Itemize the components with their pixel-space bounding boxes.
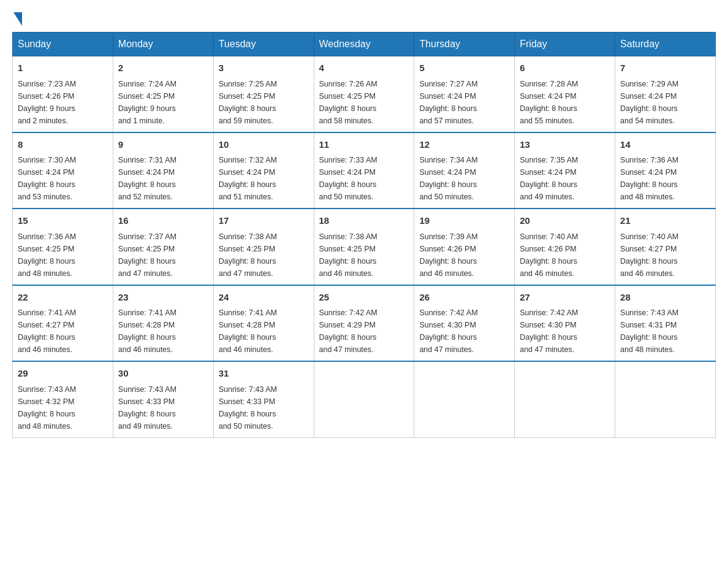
day-number: 26 [419,291,509,305]
day-number: 9 [118,138,208,152]
day-number: 11 [319,138,409,152]
day-info: Sunrise: 7:43 AMSunset: 4:33 PMDaylight:… [219,383,309,432]
page-header [12,12,716,26]
calendar-cell: 5Sunrise: 7:27 AMSunset: 4:24 PMDaylight… [414,56,515,132]
day-info: Sunrise: 7:23 AMSunset: 4:26 PMDaylight:… [18,78,108,127]
calendar-cell: 30Sunrise: 7:43 AMSunset: 4:33 PMDayligh… [113,361,213,437]
col-header-friday: Friday [515,33,615,56]
day-info: Sunrise: 7:30 AMSunset: 4:24 PMDaylight:… [18,154,108,203]
day-number: 15 [18,214,108,228]
day-info: Sunrise: 7:39 AMSunset: 4:26 PMDaylight:… [419,231,509,280]
week-row-2: 8Sunrise: 7:30 AMSunset: 4:24 PMDaylight… [13,132,716,209]
col-header-sunday: Sunday [13,33,113,56]
calendar-cell: 20Sunrise: 7:40 AMSunset: 4:26 PMDayligh… [515,209,615,285]
week-row-1: 1Sunrise: 7:23 AMSunset: 4:26 PMDaylight… [13,56,716,132]
calendar-cell: 7Sunrise: 7:29 AMSunset: 4:24 PMDaylight… [615,56,716,132]
col-header-saturday: Saturday [615,33,716,56]
calendar-cell: 12Sunrise: 7:34 AMSunset: 4:24 PMDayligh… [414,132,515,209]
day-number: 22 [18,291,108,305]
day-number: 14 [620,138,710,152]
calendar-cell: 8Sunrise: 7:30 AMSunset: 4:24 PMDaylight… [13,132,113,209]
calendar-cell: 24Sunrise: 7:41 AMSunset: 4:28 PMDayligh… [213,285,314,362]
day-number: 10 [219,138,309,152]
day-number: 23 [118,291,208,305]
day-number: 20 [520,214,610,228]
day-info: Sunrise: 7:43 AMSunset: 4:31 PMDaylight:… [620,307,710,356]
day-number: 28 [620,291,710,305]
day-number: 7 [620,61,710,75]
day-info: Sunrise: 7:27 AMSunset: 4:24 PMDaylight:… [419,78,509,127]
calendar-cell: 29Sunrise: 7:43 AMSunset: 4:32 PMDayligh… [13,361,113,437]
calendar-cell [414,361,515,437]
day-number: 12 [419,138,509,152]
day-info: Sunrise: 7:35 AMSunset: 4:24 PMDaylight:… [520,154,610,203]
day-info: Sunrise: 7:43 AMSunset: 4:32 PMDaylight:… [18,383,108,432]
calendar-cell: 13Sunrise: 7:35 AMSunset: 4:24 PMDayligh… [515,132,615,209]
calendar-cell: 28Sunrise: 7:43 AMSunset: 4:31 PMDayligh… [615,285,716,362]
day-number: 4 [319,61,409,75]
calendar-cell: 16Sunrise: 7:37 AMSunset: 4:25 PMDayligh… [113,209,213,285]
day-number: 24 [219,291,309,305]
calendar-cell: 26Sunrise: 7:42 AMSunset: 4:30 PMDayligh… [414,285,515,362]
day-number: 18 [319,214,409,228]
calendar-cell: 11Sunrise: 7:33 AMSunset: 4:24 PMDayligh… [314,132,414,209]
day-info: Sunrise: 7:38 AMSunset: 4:25 PMDaylight:… [319,231,409,280]
col-header-thursday: Thursday [414,33,515,56]
day-number: 27 [520,291,610,305]
day-info: Sunrise: 7:26 AMSunset: 4:25 PMDaylight:… [319,78,409,127]
day-number: 2 [118,61,208,75]
day-number: 31 [219,367,309,381]
week-row-5: 29Sunrise: 7:43 AMSunset: 4:32 PMDayligh… [13,361,716,437]
day-info: Sunrise: 7:42 AMSunset: 4:30 PMDaylight:… [419,307,509,356]
day-number: 25 [319,291,409,305]
calendar-cell: 27Sunrise: 7:42 AMSunset: 4:30 PMDayligh… [515,285,615,362]
day-info: Sunrise: 7:37 AMSunset: 4:25 PMDaylight:… [118,231,208,280]
day-number: 30 [118,367,208,381]
col-header-monday: Monday [113,33,213,56]
logo [12,12,23,26]
day-info: Sunrise: 7:41 AMSunset: 4:28 PMDaylight:… [118,307,208,356]
calendar-cell: 2Sunrise: 7:24 AMSunset: 4:25 PMDaylight… [113,56,213,132]
day-info: Sunrise: 7:36 AMSunset: 4:24 PMDaylight:… [620,154,710,203]
day-number: 21 [620,214,710,228]
calendar-cell: 4Sunrise: 7:26 AMSunset: 4:25 PMDaylight… [314,56,414,132]
calendar-cell: 14Sunrise: 7:36 AMSunset: 4:24 PMDayligh… [615,132,716,209]
day-info: Sunrise: 7:38 AMSunset: 4:25 PMDaylight:… [219,231,309,280]
week-row-3: 15Sunrise: 7:36 AMSunset: 4:25 PMDayligh… [13,209,716,285]
day-info: Sunrise: 7:42 AMSunset: 4:29 PMDaylight:… [319,307,409,356]
calendar-cell: 9Sunrise: 7:31 AMSunset: 4:24 PMDaylight… [113,132,213,209]
calendar-cell: 25Sunrise: 7:42 AMSunset: 4:29 PMDayligh… [314,285,414,362]
day-number: 17 [219,214,309,228]
calendar-cell: 17Sunrise: 7:38 AMSunset: 4:25 PMDayligh… [213,209,314,285]
day-info: Sunrise: 7:34 AMSunset: 4:24 PMDaylight:… [419,154,509,203]
day-info: Sunrise: 7:29 AMSunset: 4:24 PMDaylight:… [620,78,710,127]
day-info: Sunrise: 7:28 AMSunset: 4:24 PMDaylight:… [520,78,610,127]
day-number: 1 [18,61,108,75]
day-number: 29 [18,367,108,381]
calendar-cell [615,361,716,437]
calendar-cell: 19Sunrise: 7:39 AMSunset: 4:26 PMDayligh… [414,209,515,285]
calendar-cell [515,361,615,437]
header-row: SundayMondayTuesdayWednesdayThursdayFrid… [13,33,716,56]
day-number: 19 [419,214,509,228]
col-header-tuesday: Tuesday [213,33,314,56]
calendar-cell: 23Sunrise: 7:41 AMSunset: 4:28 PMDayligh… [113,285,213,362]
day-info: Sunrise: 7:43 AMSunset: 4:33 PMDaylight:… [118,383,208,432]
week-row-4: 22Sunrise: 7:41 AMSunset: 4:27 PMDayligh… [13,285,716,362]
calendar-cell: 10Sunrise: 7:32 AMSunset: 4:24 PMDayligh… [213,132,314,209]
calendar-cell: 6Sunrise: 7:28 AMSunset: 4:24 PMDaylight… [515,56,615,132]
calendar-cell: 18Sunrise: 7:38 AMSunset: 4:25 PMDayligh… [314,209,414,285]
calendar-cell: 22Sunrise: 7:41 AMSunset: 4:27 PMDayligh… [13,285,113,362]
day-info: Sunrise: 7:24 AMSunset: 4:25 PMDaylight:… [118,78,208,127]
day-info: Sunrise: 7:32 AMSunset: 4:24 PMDaylight:… [219,154,309,203]
day-info: Sunrise: 7:36 AMSunset: 4:25 PMDaylight:… [18,231,108,280]
day-number: 5 [419,61,509,75]
col-header-wednesday: Wednesday [314,33,414,56]
calendar-cell: 3Sunrise: 7:25 AMSunset: 4:25 PMDaylight… [213,56,314,132]
day-number: 13 [520,138,610,152]
day-number: 3 [219,61,309,75]
day-info: Sunrise: 7:31 AMSunset: 4:24 PMDaylight:… [118,154,208,203]
day-info: Sunrise: 7:41 AMSunset: 4:27 PMDaylight:… [18,307,108,356]
calendar-cell: 31Sunrise: 7:43 AMSunset: 4:33 PMDayligh… [213,361,314,437]
calendar-cell [314,361,414,437]
